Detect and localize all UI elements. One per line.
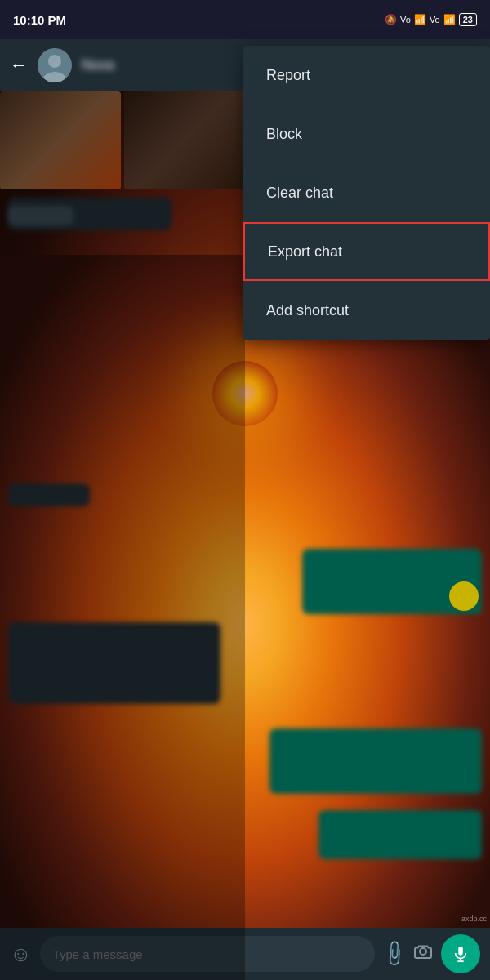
sent-avatar — [449, 581, 479, 611]
signal-bar-2: 📶 — [443, 14, 456, 25]
menu-item-export-chat[interactable]: Export chat — [243, 222, 490, 281]
menu-item-add-shortcut[interactable]: Add shortcut — [243, 281, 490, 340]
menu-item-report[interactable]: Report — [243, 46, 490, 105]
status-icons: 🔕 Vo 📶 Vo 📶 23 — [385, 13, 477, 26]
avatar-image — [38, 48, 72, 82]
camera-button[interactable] — [413, 942, 433, 966]
signal-bar-1: 📶 — [414, 14, 426, 25]
svg-rect-4 — [458, 947, 463, 956]
overlay-dim — [0, 91, 245, 980]
signal-vo-2: Vo — [430, 15, 440, 24]
svg-point-3 — [420, 948, 426, 955]
msg-bubble-6 — [270, 728, 482, 794]
menu-item-clear-chat[interactable]: Clear chat — [243, 163, 490, 222]
status-time: 10:10 PM — [13, 13, 66, 27]
msg-bubble-7 — [318, 810, 482, 859]
menu-item-block[interactable]: Block — [243, 105, 490, 163]
mic-button[interactable] — [441, 934, 480, 973]
avatar[interactable] — [38, 48, 72, 82]
mute-icon: 🔕 — [385, 14, 397, 25]
status-bar: 10:10 PM 🔕 Vo 📶 Vo 📶 23 — [0, 0, 490, 39]
battery-icon: 23 — [459, 13, 477, 26]
watermark: axdp.cc — [461, 915, 487, 923]
signal-vo-1: Vo — [400, 15, 411, 24]
dropdown-menu: Report Block Clear chat Export chat Add … — [243, 46, 490, 340]
attach-button[interactable]: 📎 — [379, 938, 409, 969]
back-button[interactable]: ← — [10, 55, 28, 76]
svg-point-1 — [48, 55, 61, 68]
